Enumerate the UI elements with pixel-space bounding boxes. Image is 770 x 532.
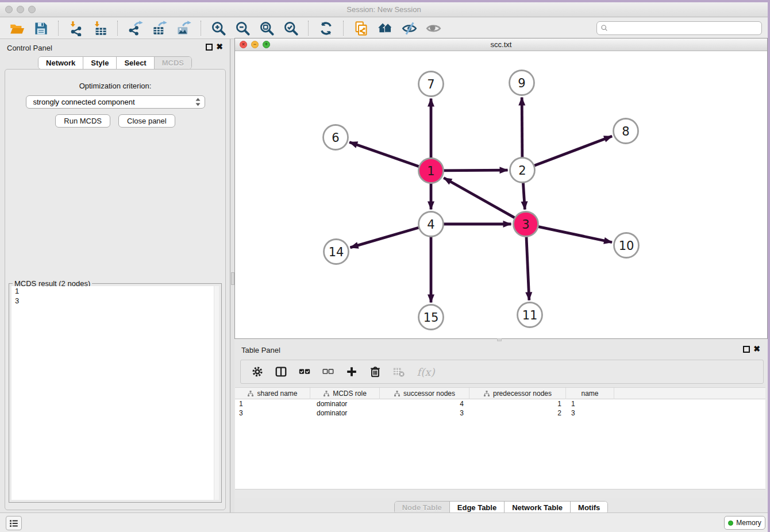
- control-panel-float-button[interactable]: [206, 44, 213, 51]
- table-cell[interactable]: dominator: [310, 399, 380, 408]
- import-network-button[interactable]: [64, 19, 88, 37]
- svg-text:3: 3: [522, 218, 529, 232]
- zoom-fit-button[interactable]: [255, 19, 279, 37]
- table-cell[interactable]: 3: [380, 408, 469, 418]
- graph-node-7[interactable]: 7: [419, 72, 444, 97]
- graph-node-11[interactable]: 11: [518, 303, 542, 327]
- close-panel-button[interactable]: Close panel: [118, 114, 175, 128]
- graph-edge-2-9[interactable]: [522, 97, 522, 157]
- table-row[interactable]: 3dominator323: [235, 408, 765, 418]
- graph-edge-3-11[interactable]: [526, 236, 529, 300]
- table-cell[interactable]: 1: [469, 399, 566, 408]
- graph-node-1[interactable]: 1: [419, 159, 444, 183]
- table-row[interactable]: 1dominator411: [235, 399, 765, 408]
- network-window-titlebar[interactable]: × − + scc.txt: [235, 38, 767, 51]
- graph-edge-1-2[interactable]: [443, 170, 507, 171]
- graph-node-14[interactable]: 14: [324, 240, 349, 264]
- search-field[interactable]: [596, 21, 762, 35]
- show-all-button[interactable]: [421, 19, 445, 37]
- table-cell[interactable]: 4: [380, 399, 469, 408]
- graph-edge-3-1[interactable]: [444, 178, 515, 218]
- graph-node-4[interactable]: 4: [419, 212, 444, 237]
- hide-selected-button[interactable]: [397, 19, 421, 37]
- zoom-out-button[interactable]: [230, 19, 255, 37]
- run-mcds-button[interactable]: Run MCDS: [55, 114, 110, 128]
- home-button[interactable]: [373, 19, 397, 37]
- column-header-shared-name[interactable]: shared name: [235, 388, 310, 399]
- svg-text:14: 14: [329, 245, 344, 259]
- graph-node-9[interactable]: 9: [510, 71, 534, 95]
- tab-motifs[interactable]: Motifs: [571, 502, 607, 514]
- graph-edge-4-14[interactable]: [350, 228, 419, 248]
- deselect-all-button[interactable]: [321, 364, 336, 379]
- table-cell[interactable]: 3: [235, 408, 310, 418]
- select-stepper-icon: [195, 97, 201, 107]
- columns-button[interactable]: [274, 364, 288, 379]
- table-panel-float-button[interactable]: [743, 346, 750, 353]
- table-cell[interactable]: 2: [469, 408, 566, 418]
- apply-layout-button[interactable]: [314, 19, 338, 37]
- network-view-window: × − + scc.txt 7968124314101511: [234, 38, 768, 339]
- column-header-predecessor-nodes[interactable]: predecessor nodes: [469, 388, 566, 399]
- svg-text:1: 1: [427, 164, 434, 178]
- open-session-button[interactable]: [5, 19, 29, 37]
- graph-node-8[interactable]: 8: [614, 119, 638, 144]
- graph-node-2[interactable]: 2: [510, 158, 535, 183]
- graph-edge-2-3[interactable]: [523, 182, 525, 209]
- node-table: shared nameMCDS rolesuccessor nodesprede…: [235, 387, 765, 489]
- result-scrollbar[interactable]: [214, 286, 219, 500]
- tab-mcds[interactable]: MCDS: [155, 57, 191, 69]
- column-header-MCDS-role[interactable]: MCDS role: [310, 388, 380, 399]
- delete-row-button[interactable]: [368, 364, 383, 379]
- control-panel-close-button[interactable]: ✖: [216, 42, 223, 51]
- svg-text:11: 11: [522, 309, 538, 322]
- criterion-select[interactable]: strongly connected component: [26, 95, 205, 109]
- table-horizontal-scrollbar[interactable]: [235, 489, 765, 498]
- main-titlebar: Session: New Session: [0, 2, 768, 17]
- export-table-button[interactable]: [147, 19, 171, 37]
- graph-node-10[interactable]: 10: [614, 233, 639, 258]
- column-header-successor-nodes[interactable]: successor nodes: [380, 388, 469, 399]
- network-canvas[interactable]: 7968124314101511: [235, 51, 767, 339]
- search-input[interactable]: [609, 22, 761, 34]
- tab-select[interactable]: Select: [117, 57, 154, 69]
- tab-node-table[interactable]: Node Table: [395, 502, 450, 514]
- hide-selected-icon: [402, 21, 417, 36]
- svg-text:7: 7: [427, 78, 434, 91]
- column-header-name[interactable]: name: [566, 388, 614, 399]
- export-image-button[interactable]: [171, 19, 195, 37]
- import-table-button[interactable]: [88, 19, 112, 37]
- zoom-out-icon: [235, 21, 251, 36]
- zoom-selected-button[interactable]: [279, 19, 303, 37]
- graph-edge-3-10[interactable]: [538, 226, 612, 242]
- task-history-button[interactable]: [6, 516, 22, 530]
- add-row-button[interactable]: [344, 364, 359, 379]
- table-panel-close-button[interactable]: ✖: [753, 344, 760, 353]
- tab-network[interactable]: Network: [38, 57, 83, 69]
- graph-node-3[interactable]: 3: [514, 212, 538, 237]
- graph-edge-1-6[interactable]: [349, 142, 419, 166]
- tab-network-table[interactable]: Network Table: [505, 502, 571, 514]
- graph-edge-2-8[interactable]: [534, 136, 612, 165]
- clone-network-button[interactable]: [349, 19, 373, 37]
- select-all-button[interactable]: [297, 364, 312, 379]
- function-button: f(x): [415, 364, 437, 379]
- memory-button[interactable]: Memory: [724, 516, 765, 530]
- table-cell[interactable]: 1: [235, 399, 310, 408]
- graph-node-6[interactable]: 6: [324, 125, 348, 150]
- toolbar-separator: [308, 21, 309, 36]
- toolbar-separator: [58, 21, 59, 36]
- table-cell[interactable]: 3: [566, 408, 614, 418]
- graph-node-15[interactable]: 15: [419, 305, 444, 330]
- tab-edge-table[interactable]: Edge Table: [450, 502, 505, 514]
- export-network-button[interactable]: [123, 19, 147, 37]
- columns-icon: [275, 365, 287, 378]
- settings-gear-button[interactable]: [250, 364, 265, 379]
- mcds-result-list[interactable]: 13: [11, 286, 219, 500]
- save-session-button[interactable]: [29, 19, 53, 37]
- tab-style[interactable]: Style: [83, 57, 117, 69]
- zoom-in-button[interactable]: [206, 19, 230, 37]
- vertical-splitter[interactable]: [230, 39, 234, 512]
- table-cell[interactable]: dominator: [310, 408, 380, 418]
- table-cell[interactable]: 1: [566, 399, 614, 408]
